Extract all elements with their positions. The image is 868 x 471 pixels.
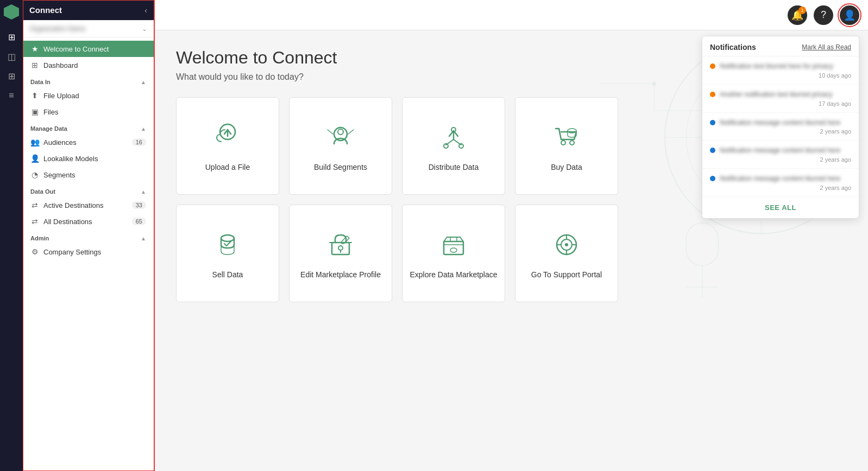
- sidebar-welcome-label: Welcome to Connect: [43, 45, 109, 53]
- sidebar-item-all-dest[interactable]: ⇄ All Destinations 65: [23, 213, 154, 230]
- svg-point-6: [652, 82, 656, 86]
- rail-icon-grid[interactable]: ⊞: [3, 67, 20, 85]
- svg-point-28: [338, 246, 343, 250]
- notif-text-1: Notification text blurred here for priva…: [720, 62, 851, 71]
- section-admin: Admin ▲: [23, 230, 154, 244]
- section-arrow-icon: ▲: [141, 236, 146, 241]
- card-edit-marketplace[interactable]: Edit Marketplace Profile: [289, 205, 392, 302]
- card-build-segments-label: Build Segments: [310, 162, 372, 172]
- see-all-button[interactable]: SEE ALL: [702, 197, 859, 218]
- notif-text-5: Notification message content blurred her…: [720, 174, 851, 183]
- lookalike-label: Lookalike Models: [43, 155, 98, 163]
- card-distribute-data[interactable]: Distribute Data: [402, 97, 505, 195]
- sidebar-item-welcome[interactable]: ★ Welcome to Connect: [23, 41, 154, 57]
- card-support-portal[interactable]: Go To Support Portal: [515, 205, 618, 302]
- sidebar: Connect ‹ Organization Name ⌄ ★ Welcome …: [23, 0, 154, 471]
- section-data-out: Data Out ▲: [23, 183, 154, 197]
- rail-icon-home[interactable]: ⊞: [3, 28, 20, 46]
- card-buy-data[interactable]: Buy Data: [515, 97, 618, 195]
- rail-icon-data[interactable]: ◫: [3, 48, 20, 65]
- sidebar-title: Connect: [29, 5, 62, 15]
- folder-icon: ▣: [30, 107, 39, 116]
- notif-time-1: 10 days ago: [710, 71, 851, 81]
- notifications-button[interactable]: 🔔 1: [788, 5, 807, 25]
- section-arrow-icon: ▲: [141, 189, 146, 195]
- sidebar-collapse-button[interactable]: ‹: [144, 6, 147, 15]
- notifications-panel: Notifications Mark All as Read Notificat…: [702, 36, 859, 219]
- card-support-portal-label: Go To Support Portal: [527, 270, 606, 279]
- notif-time-2: 17 days ago: [710, 99, 851, 109]
- notif-content-4: Notification message content blurred her…: [710, 146, 851, 155]
- rail-icon-list[interactable]: ≡: [3, 87, 20, 104]
- app-logo[interactable]: [4, 4, 19, 20]
- notifications-header: Notifications Mark All as Read: [702, 36, 859, 56]
- notification-item-5[interactable]: Notification message content blurred her…: [702, 169, 859, 197]
- files-label: Files: [43, 108, 58, 116]
- lookalike-icon: 👤: [30, 154, 39, 163]
- card-distribute-data-label: Distribute Data: [424, 162, 483, 172]
- sidebar-item-company-settings[interactable]: ⚙ Company Settings: [23, 244, 154, 260]
- audiences-badge: 16: [132, 138, 146, 146]
- org-name: Organization Name: [29, 25, 85, 33]
- section-manage-data: Manage Data ▲: [23, 120, 154, 134]
- card-upload-file-label: Upload a File: [201, 162, 255, 172]
- active-dest-label: Active Destinations: [43, 201, 104, 209]
- section-arrow-icon: ▲: [141, 79, 146, 85]
- explore-marketplace-icon: [436, 227, 471, 262]
- card-build-segments[interactable]: Build Segments: [289, 97, 392, 195]
- sidebar-item-dashboard[interactable]: ⊞ Dashboard: [23, 57, 154, 73]
- notif-text-4: Notification message content blurred her…: [720, 146, 851, 155]
- svg-line-15: [328, 130, 333, 134]
- svg-point-23: [561, 141, 565, 145]
- svg-point-31: [450, 248, 457, 252]
- audiences-icon: 👥: [30, 138, 39, 147]
- notification-item-4[interactable]: Notification message content blurred her…: [702, 141, 859, 169]
- card-sell-data[interactable]: Sell Data: [176, 205, 279, 302]
- segments-icon: ◔: [30, 170, 39, 179]
- sidebar-dashboard-label: Dashboard: [43, 61, 78, 69]
- active-dest-badge: 33: [132, 201, 146, 209]
- sidebar-item-lookalike[interactable]: 👤 Lookalike Models: [23, 150, 154, 167]
- segments-label: Segments: [43, 171, 76, 179]
- all-dest-icon: ⇄: [30, 217, 39, 226]
- support-portal-icon: [549, 227, 584, 262]
- audiences-label: Audiences: [43, 138, 77, 147]
- all-dest-badge: 65: [132, 218, 146, 225]
- svg-line-16: [348, 130, 354, 134]
- edit-marketplace-icon: [323, 227, 358, 262]
- card-upload-file[interactable]: Upload a File: [176, 97, 279, 195]
- card-explore-marketplace[interactable]: Explore Data Marketplace: [402, 205, 505, 302]
- card-explore-marketplace-label: Explore Data Marketplace: [405, 270, 501, 279]
- buy-data-icon: [549, 120, 584, 155]
- notif-dot-blue-1: [710, 120, 715, 125]
- sidebar-item-active-dest[interactable]: ⇄ Active Destinations 33: [23, 197, 154, 213]
- sidebar-item-audiences[interactable]: 👥 Audiences 16: [23, 134, 154, 150]
- notif-dot-orange-2: [710, 92, 715, 97]
- notification-item-2[interactable]: Another notification text blurred privac…: [702, 85, 859, 113]
- notif-time-4: 2 years ago: [710, 155, 851, 165]
- notification-item-1[interactable]: Notification text blurred here for priva…: [702, 56, 859, 85]
- card-buy-data-label: Buy Data: [546, 162, 587, 172]
- notification-item-3[interactable]: Notification message content blurred her…: [702, 113, 859, 141]
- notif-dot-blue-2: [710, 148, 715, 153]
- notifications-title: Notifications: [710, 43, 756, 52]
- svg-point-24: [570, 141, 574, 145]
- sidebar-org-selector[interactable]: Organization Name ⌄: [23, 21, 154, 37]
- help-button[interactable]: ?: [814, 5, 833, 25]
- company-settings-label: Company Settings: [43, 248, 101, 256]
- card-sell-data-label: Sell Data: [208, 270, 248, 279]
- file-upload-label: File Upload: [43, 92, 79, 100]
- mark-all-read-button[interactable]: Mark All as Read: [802, 43, 851, 51]
- sidebar-item-file-upload[interactable]: ⬆ File Upload: [23, 87, 154, 104]
- svg-point-14: [338, 129, 343, 135]
- user-profile-button[interactable]: 👤: [840, 5, 859, 25]
- notif-time-5: 2 years ago: [710, 183, 851, 193]
- topbar: 🔔 1 ? 👤: [154, 0, 868, 30]
- notif-dot-orange: [710, 63, 715, 69]
- sidebar-item-files[interactable]: ▣ Files: [23, 104, 154, 120]
- card-edit-marketplace-label: Edit Marketplace Profile: [296, 270, 385, 279]
- sidebar-nav: ★ Welcome to Connect ⊞ Dashboard Data In…: [23, 37, 154, 471]
- sidebar-item-segments[interactable]: ◔ Segments: [23, 167, 154, 183]
- section-arrow-icon: ▲: [141, 126, 146, 132]
- icon-rail: ⊞ ◫ ⊞ ≡: [0, 0, 23, 471]
